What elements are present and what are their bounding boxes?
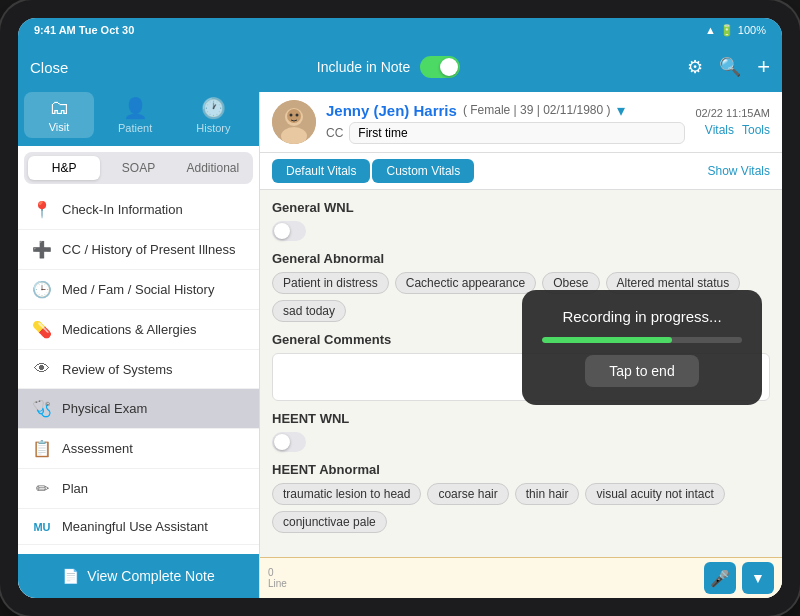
heent-wnl-toggle[interactable] — [272, 432, 306, 452]
assessment-label: Assessment — [62, 441, 133, 456]
tab-patient-label: Patient — [118, 122, 152, 134]
line-number: 0 — [268, 567, 288, 578]
patient-chevron[interactable]: ▾ — [617, 101, 625, 120]
nav-item-cc-history[interactable]: ➕ CC / History of Present Illness — [18, 230, 259, 270]
patient-name-row: Jenny (Jen) Harris ( Female | 39 | 02/11… — [326, 101, 685, 120]
tab-visit[interactable]: 🗂 Visit — [24, 92, 94, 138]
recording-text: Recording in progress... — [562, 308, 721, 325]
tag-coarse-hair[interactable]: coarse hair — [427, 483, 508, 505]
nav-item-meaningful[interactable]: MU Meaningful Use Assistant — [18, 509, 259, 545]
nav-item-assessment[interactable]: 📋 Assessment — [18, 429, 259, 469]
patient-cc: CC — [326, 122, 685, 144]
recording-overlay: Recording in progress... Tap to end — [522, 290, 762, 405]
show-vitals-link[interactable]: Show Vitals — [708, 164, 770, 178]
mic-icon: 🎤 — [710, 569, 730, 588]
general-wnl-toggle-row — [272, 221, 770, 241]
tab-visit-label: Visit — [49, 121, 70, 133]
cc-history-icon: ➕ — [32, 240, 52, 259]
svg-point-4 — [290, 114, 293, 117]
tab-history[interactable]: 🕐 History — [176, 92, 250, 138]
hp-tabs: H&P SOAP Additional — [24, 152, 253, 184]
heent-abnormal-tags: traumatic lesion to head coarse hair thi… — [272, 483, 770, 533]
recording-progress — [542, 337, 742, 343]
cc-history-label: CC / History of Present Illness — [62, 242, 235, 257]
tag-patient-distress[interactable]: Patient in distress — [272, 272, 389, 294]
default-vitals-tab[interactable]: Default Vitals — [272, 159, 370, 183]
physical-label: Physical Exam — [62, 401, 147, 416]
tag-conjunctivae[interactable]: conjunctivae pale — [272, 511, 387, 533]
battery-icon: 🔋 — [720, 24, 734, 37]
vitals-tabs: Default Vitals Custom Vitals — [272, 159, 474, 183]
status-bar: 9:41 AM Tue Oct 30 ▲ 🔋 100% — [18, 18, 782, 42]
heent-wnl-toggle-row — [272, 432, 770, 452]
nav-center: Include in Note — [90, 56, 687, 78]
checkin-icon: 📍 — [32, 200, 52, 219]
search-icon[interactable]: 🔍 — [719, 56, 741, 78]
tag-cachectic[interactable]: Cachectic appearance — [395, 272, 536, 294]
vitals-section: Default Vitals Custom Vitals Show Vitals — [260, 153, 782, 190]
nav-item-checkin[interactable]: 📍 Check-In Information — [18, 190, 259, 230]
meaningful-icon: MU — [32, 521, 52, 533]
tab-soap[interactable]: SOAP — [102, 156, 174, 180]
tag-thin-hair[interactable]: thin hair — [515, 483, 580, 505]
history-icon: 🕐 — [201, 96, 226, 120]
med-fam-label: Med / Fam / Social History — [62, 282, 214, 297]
general-abnormal-header: General Abnormal — [272, 251, 770, 266]
include-note-toggle[interactable] — [420, 56, 460, 78]
tab-patient[interactable]: 👤 Patient — [98, 92, 172, 138]
close-button[interactable]: Close — [30, 59, 90, 76]
tab-history-label: History — [196, 122, 230, 134]
nav-item-physical[interactable]: 🩺 Physical Exam — [18, 389, 259, 429]
settings-icon[interactable]: ⚙ — [687, 56, 703, 78]
patient-header: Jenny (Jen) Harris ( Female | 39 | 02/11… — [260, 92, 782, 153]
assessment-icon: 📋 — [32, 439, 52, 458]
battery-level: 100% — [738, 24, 766, 36]
recording-bar — [542, 337, 672, 343]
tap-to-end-button[interactable]: Tap to end — [585, 355, 698, 387]
cc-input[interactable] — [349, 122, 685, 144]
sidebar: 🗂 Visit 👤 Patient 🕐 History H&P SO — [18, 92, 260, 598]
nav-item-plan[interactable]: ✏ Plan — [18, 469, 259, 509]
review-label: Review of Systems — [62, 362, 173, 377]
line-info: 0 Line — [268, 567, 288, 589]
heent-abnormal-header: HEENT Abnormal — [272, 462, 770, 477]
checkin-label: Check-In Information — [62, 202, 183, 217]
input-row: 0 Line 🎤 ▼ — [260, 557, 782, 598]
nav-item-billing[interactable]: 💲 Billing — [18, 545, 259, 554]
plan-label: Plan — [62, 481, 88, 496]
med-fam-icon: 🕒 — [32, 280, 52, 299]
nav-item-medications[interactable]: 💊 Medications & Allergies — [18, 310, 259, 350]
heent-wnl-header: HEENT WNL — [272, 411, 770, 426]
patient-name: Jenny (Jen) Harris — [326, 102, 457, 119]
patient-info: Jenny (Jen) Harris ( Female | 39 | 02/11… — [326, 101, 685, 144]
text-input[interactable] — [294, 564, 698, 592]
nav-item-med-fam[interactable]: 🕒 Med / Fam / Social History — [18, 270, 259, 310]
view-complete-button[interactable]: 📄 View Complete Note — [18, 554, 259, 598]
tag-visual-acuity[interactable]: visual acuity not intact — [585, 483, 724, 505]
tag-sad-today[interactable]: sad today — [272, 300, 346, 322]
nav-item-review[interactable]: 👁 Review of Systems — [18, 350, 259, 389]
vitals-link[interactable]: Vitals — [705, 123, 734, 137]
patient-demographics: ( Female | 39 | 02/11/1980 ) — [463, 103, 611, 117]
tools-link[interactable]: Tools — [742, 123, 770, 137]
meaningful-label: Meaningful Use Assistant — [62, 519, 208, 534]
nav-right: ⚙ 🔍 + — [687, 54, 770, 80]
visit-date: 02/22 11:15AM — [695, 107, 770, 119]
tag-traumatic[interactable]: traumatic lesion to head — [272, 483, 421, 505]
view-complete-label: View Complete Note — [87, 568, 214, 584]
general-wnl-toggle[interactable] — [272, 221, 306, 241]
plan-icon: ✏ — [32, 479, 52, 498]
add-icon[interactable]: + — [757, 54, 770, 80]
patient-right: 02/22 11:15AM Vitals Tools — [695, 107, 770, 137]
nav-items: 📍 Check-In Information ➕ CC / History of… — [18, 190, 259, 554]
main-content: 🗂 Visit 👤 Patient 🕐 History H&P SO — [18, 92, 782, 598]
medications-label: Medications & Allergies — [62, 322, 196, 337]
right-panel: Jenny (Jen) Harris ( Female | 39 | 02/11… — [260, 92, 782, 598]
mic-button[interactable]: 🎤 — [704, 562, 736, 594]
wifi-icon: ▲ — [705, 24, 716, 36]
physical-icon: 🩺 — [32, 399, 52, 418]
down-button[interactable]: ▼ — [742, 562, 774, 594]
custom-vitals-tab[interactable]: Custom Vitals — [372, 159, 474, 183]
tab-hp[interactable]: H&P — [28, 156, 100, 180]
tab-additional[interactable]: Additional — [177, 156, 249, 180]
